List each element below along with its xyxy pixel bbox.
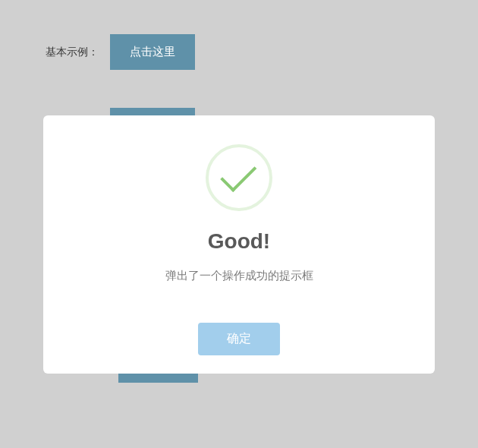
checkmark-icon xyxy=(220,156,256,192)
confirm-button[interactable]: 确定 xyxy=(198,323,280,355)
success-icon-wrap xyxy=(58,144,420,211)
success-circle-icon xyxy=(206,144,272,211)
modal-overlay: Good! 弹出了一个操作成功的提示框 确定 xyxy=(0,0,478,448)
modal-message: 弹出了一个操作成功的提示框 xyxy=(58,269,420,283)
modal-title: Good! xyxy=(58,229,420,254)
success-modal: Good! 弹出了一个操作成功的提示框 确定 xyxy=(43,115,435,374)
